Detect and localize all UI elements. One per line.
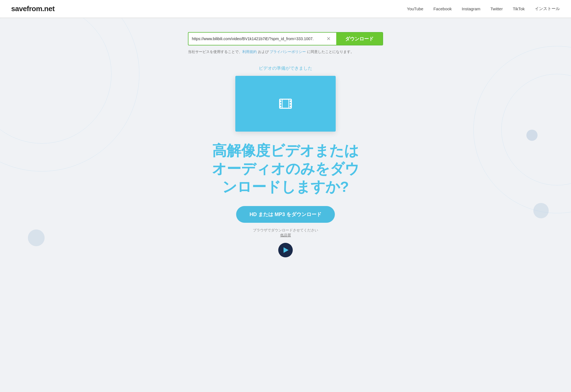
video-thumbnail[interactable]: [235, 76, 336, 132]
play-button[interactable]: [278, 243, 293, 257]
deco-circle-right2: [533, 203, 549, 218]
low-quality-link[interactable]: 低品質: [280, 233, 291, 238]
terms-prefix: 当社サービスを使用することで、: [188, 50, 242, 54]
main: ✕ ダウンロード 当社サービスを使用することで、利用規約 および プライバシーポ…: [0, 18, 571, 274]
ready-text: ビデオの準備ができました: [259, 66, 312, 71]
search-area: ✕ ダウンロード: [188, 32, 383, 45]
svg-rect-6: [290, 106, 291, 107]
svg-rect-1: [280, 100, 281, 102]
nav-install[interactable]: インストール: [535, 6, 560, 11]
privacy-link[interactable]: プライバシーポリシー: [270, 50, 306, 54]
play-button-wrapper: [278, 243, 293, 257]
terms-link[interactable]: 利用規約: [242, 50, 257, 54]
svg-rect-4: [290, 100, 291, 102]
svg-rect-5: [290, 103, 291, 105]
bg-circle-2: [0, 18, 112, 144]
svg-rect-3: [280, 106, 281, 107]
headline: 高解像度ビデオまたはオーディオのみをダウンロードしますか?: [210, 142, 361, 196]
nav-youtube[interactable]: YouTube: [407, 6, 424, 11]
hd-download-button[interactable]: HD または MP3 をダウンロード: [236, 206, 335, 223]
bg-circle-4: [501, 74, 571, 185]
download-button[interactable]: ダウンロード: [336, 33, 383, 45]
nav: YouTube Facebook Instagram Twitter TikTo…: [407, 6, 560, 11]
bg-circle-3: [473, 46, 571, 213]
logo: savefrom.net: [11, 4, 55, 13]
search-box: ✕ ダウンロード: [188, 32, 383, 45]
nav-twitter[interactable]: Twitter: [490, 6, 503, 11]
browser-text: ブラウザでダウンロードさせてください: [253, 228, 318, 233]
search-input-wrapper: ✕: [188, 33, 336, 45]
header: savefrom.net YouTube Facebook Instagram …: [0, 0, 571, 18]
deco-circle-right: [526, 130, 538, 141]
clear-button[interactable]: ✕: [324, 36, 333, 41]
nav-tiktok[interactable]: TikTok: [513, 6, 525, 11]
svg-rect-2: [280, 103, 281, 105]
svg-rect-0: [280, 99, 291, 108]
nav-facebook[interactable]: Facebook: [433, 6, 452, 11]
terms-middle: および: [257, 50, 270, 54]
nav-instagram[interactable]: Instagram: [462, 6, 480, 11]
deco-circle-left: [28, 229, 45, 246]
terms-suffix: に同意したことになります。: [306, 50, 354, 54]
film-icon: [278, 96, 293, 112]
play-triangle-icon: [284, 247, 289, 253]
terms-text: 当社サービスを使用することで、利用規約 および プライバシーポリシー に同意した…: [188, 49, 383, 54]
bg-circle-1: [0, 18, 139, 171]
url-input[interactable]: [192, 33, 324, 45]
